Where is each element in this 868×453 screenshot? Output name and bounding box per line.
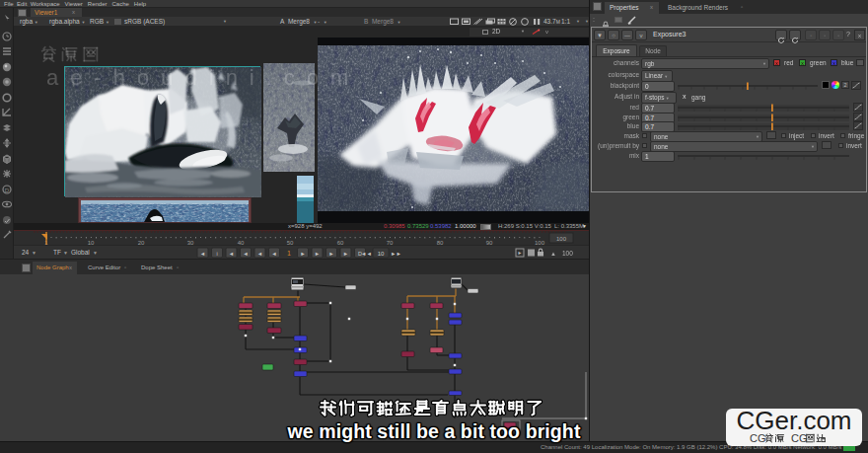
svg-text:CG: CG [791, 432, 808, 444]
svg-text:►: ► [518, 250, 523, 256]
svg-text:D: D [5, 188, 10, 193]
svg-text:100: 100 [562, 250, 573, 257]
svg-text:◄: ◄ [243, 251, 248, 257]
svg-text:◄: ◄ [200, 251, 205, 257]
svg-text:◄◄: ◄◄ [361, 251, 372, 257]
svg-text:Global: Global [71, 249, 90, 256]
svg-text:◄: ◄ [257, 251, 262, 257]
svg-text:►: ► [315, 251, 320, 257]
svg-text:24: 24 [22, 249, 30, 256]
svg-text:►: ► [343, 251, 348, 257]
svg-text:CG: CG [750, 432, 766, 444]
svg-text:▼: ▼ [32, 250, 36, 256]
svg-text:i: i [216, 251, 217, 257]
svg-text:100: 100 [556, 236, 567, 242]
svg-text:▼: ▼ [93, 250, 98, 256]
svg-text:►: ► [328, 251, 333, 257]
svg-text:◄: ◄ [229, 251, 234, 257]
svg-text:◄: ◄ [271, 251, 276, 257]
svg-text:►: ► [300, 251, 305, 257]
svg-text:1: 1 [287, 250, 291, 257]
svg-text:▲: ▲ [550, 251, 556, 257]
svg-text:►►: ►► [391, 251, 401, 257]
svg-text:▼: ▼ [63, 250, 68, 256]
svg-text:10: 10 [378, 251, 385, 257]
svg-text:TF: TF [53, 249, 61, 256]
